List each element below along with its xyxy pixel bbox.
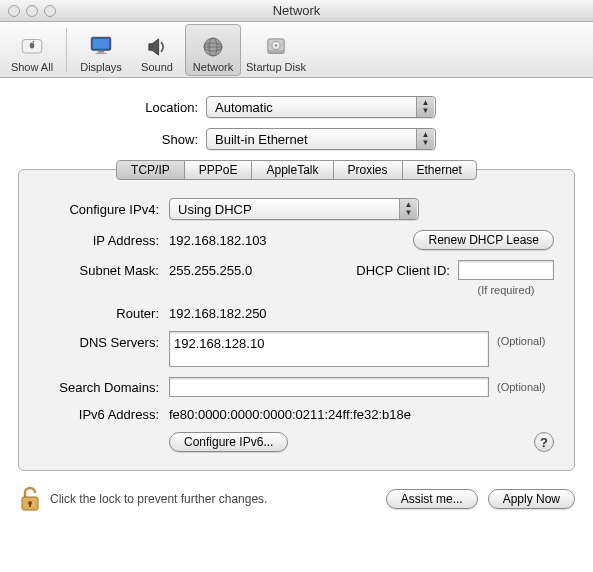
show-value: Built-in Ethernet — [215, 132, 308, 147]
lock-icon[interactable] — [18, 485, 42, 513]
toolbar-separator — [66, 28, 67, 72]
toolbar-displays[interactable]: Displays — [73, 24, 129, 76]
content-area: Location: Automatic ▲▼ Show: Built-in Et… — [0, 78, 593, 527]
svg-rect-5 — [95, 52, 106, 54]
window-title: Network — [0, 3, 593, 18]
dns-servers-label: DNS Servers: — [39, 331, 169, 350]
dhcp-client-id-label: DHCP Client ID: — [356, 263, 458, 278]
toolbar-label: Show All — [11, 61, 53, 73]
apple-icon — [15, 33, 49, 61]
toolbar-show-all[interactable]: Show All — [4, 24, 60, 76]
dhcp-client-id-input[interactable] — [458, 260, 554, 280]
svg-point-12 — [275, 44, 277, 46]
show-label: Show: — [0, 132, 206, 147]
toolbar: Show All Displays Sound — [0, 22, 593, 78]
configure-ipv4-select[interactable]: Using DHCP ▲▼ — [169, 198, 419, 220]
toolbar-label: Network — [193, 61, 233, 73]
search-optional-note: (Optional) — [489, 381, 545, 393]
subnet-mask-label: Subnet Mask: — [39, 263, 169, 278]
renew-dhcp-button[interactable]: Renew DHCP Lease — [413, 230, 554, 250]
location-label: Location: — [0, 100, 206, 115]
tab-ethernet[interactable]: Ethernet — [402, 160, 477, 180]
ip-address-value: 192.168.182.103 — [169, 233, 413, 248]
chevron-updown-icon: ▲▼ — [416, 97, 434, 117]
ip-address-label: IP Address: — [39, 233, 169, 248]
settings-pane: TCP/IP PPPoE AppleTalk Proxies Ethernet … — [18, 160, 575, 471]
svg-rect-3 — [93, 38, 109, 48]
zoom-window-button[interactable] — [44, 5, 56, 17]
titlebar: Network — [0, 0, 593, 22]
chevron-updown-icon: ▲▼ — [399, 199, 417, 219]
minimize-window-button[interactable] — [26, 5, 38, 17]
router-value: 192.168.182.250 — [169, 306, 267, 321]
svg-rect-16 — [29, 503, 31, 507]
configure-ipv4-label: Configure IPv4: — [39, 202, 169, 217]
chevron-updown-icon: ▲▼ — [416, 129, 434, 149]
tab-appletalk[interactable]: AppleTalk — [251, 160, 333, 180]
window-controls — [0, 5, 56, 17]
tab-pppoe[interactable]: PPPoE — [184, 160, 253, 180]
toolbar-label: Displays — [80, 61, 122, 73]
configure-ipv6-button[interactable]: Configure IPv6... — [169, 432, 288, 452]
toolbar-label: Sound — [141, 61, 173, 73]
tab-bar: TCP/IP PPPoE AppleTalk Proxies Ethernet — [18, 160, 575, 180]
ipv6-address-label: IPv6 Address: — [39, 407, 169, 422]
dns-servers-input[interactable]: 192.168.128.10 — [169, 331, 489, 367]
subnet-mask-value: 255.255.255.0 — [169, 263, 299, 278]
ipv6-address-value: fe80:0000:0000:0000:0211:24ff:fe32:b18e — [169, 407, 411, 422]
location-select[interactable]: Automatic ▲▼ — [206, 96, 436, 118]
speaker-icon — [140, 33, 174, 61]
globe-icon — [196, 33, 230, 61]
search-domains-label: Search Domains: — [39, 380, 169, 395]
display-icon — [84, 33, 118, 61]
toolbar-startup-disk[interactable]: Startup Disk — [241, 24, 311, 76]
tab-tcpip[interactable]: TCP/IP — [116, 160, 185, 180]
svg-rect-4 — [98, 51, 105, 53]
apply-now-button[interactable]: Apply Now — [488, 489, 575, 509]
search-domains-input[interactable] — [169, 377, 489, 397]
toolbar-label: Startup Disk — [246, 61, 306, 73]
dns-optional-note: (Optional) — [489, 331, 545, 347]
toolbar-network[interactable]: Network — [185, 24, 241, 76]
assist-me-button[interactable]: Assist me... — [386, 489, 478, 509]
dhcp-client-note: (If required) — [458, 284, 554, 296]
show-select[interactable]: Built-in Ethernet ▲▼ — [206, 128, 436, 150]
svg-point-1 — [33, 41, 35, 43]
router-label: Router: — [39, 306, 169, 321]
tab-proxies[interactable]: Proxies — [333, 160, 403, 180]
svg-rect-13 — [268, 50, 284, 53]
help-button[interactable]: ? — [534, 432, 554, 452]
lock-text: Click the lock to prevent further change… — [42, 492, 386, 506]
toolbar-sound[interactable]: Sound — [129, 24, 185, 76]
footer: Click the lock to prevent further change… — [0, 471, 593, 527]
location-value: Automatic — [215, 100, 273, 115]
tcpip-panel: Configure IPv4: Using DHCP ▲▼ IP Address… — [18, 169, 575, 471]
disk-icon — [259, 33, 293, 61]
configure-ipv4-value: Using DHCP — [178, 202, 252, 217]
close-window-button[interactable] — [8, 5, 20, 17]
